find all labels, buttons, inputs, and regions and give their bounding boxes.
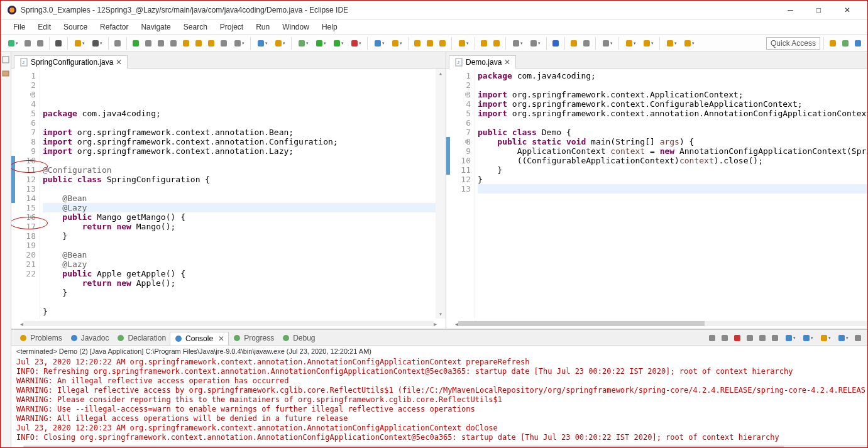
removelaunch-icon[interactable] (732, 332, 743, 344)
tab-declaration[interactable]: Declaration (113, 332, 170, 344)
nav-icon[interactable] (437, 38, 448, 49)
menu-navigate[interactable]: Navigate (135, 21, 177, 33)
stepfilters-icon[interactable]: ▾ (231, 38, 247, 49)
menu-search[interactable]: Search (177, 21, 214, 33)
code-line[interactable]: @Lazy (43, 260, 436, 269)
save-icon[interactable] (22, 38, 33, 49)
line-number[interactable]: 16⊟ (11, 212, 36, 222)
maximize-button[interactable]: □ (805, 1, 833, 19)
code-line[interactable] (43, 156, 436, 165)
open-task-icon[interactable] (412, 38, 423, 49)
wordwrap-icon[interactable] (769, 332, 781, 344)
line-number[interactable]: 19 (11, 241, 36, 250)
tab-demo[interactable]: J Demo.java ✕ (449, 55, 516, 68)
menu-edit[interactable]: Edit (31, 21, 57, 33)
line-number[interactable]: 21 (11, 260, 36, 269)
code-line[interactable]: } (478, 165, 868, 175)
annot-icon[interactable] (491, 38, 502, 49)
debug-persp-icon[interactable] (840, 38, 851, 49)
code-line[interactable]: @Bean (43, 194, 436, 203)
code-line[interactable]: public Mango getMango() { (43, 212, 436, 222)
close-icon[interactable]: ✕ (504, 58, 510, 67)
saveall-icon[interactable] (35, 38, 46, 49)
code-line[interactable]: public static void main(String[] args) { (478, 137, 868, 146)
line-number[interactable]: 13 (446, 184, 471, 194)
editor-right-body[interactable]: 123⊟45678⊟910111213 package com.java4cod… (446, 68, 868, 319)
code-line[interactable]: package com.java4coding; (478, 71, 868, 80)
line-number[interactable]: 2 (446, 80, 471, 90)
line-number[interactable]: 17 (11, 222, 36, 231)
code-line[interactable]: @Bean (43, 250, 436, 260)
hscroll-left[interactable]: ◂▸ (11, 319, 446, 329)
code-line[interactable] (43, 241, 436, 250)
show-console-icon[interactable]: ▾ (782, 332, 798, 344)
fwd2-icon[interactable]: ▾ (681, 38, 697, 49)
menu-run[interactable]: Run (250, 21, 276, 33)
show-ws-icon[interactable] (581, 38, 592, 49)
newsrv-icon[interactable]: ▾ (388, 38, 405, 49)
line-number[interactable]: 1 (11, 71, 36, 80)
code-line[interactable]: package com.java4coding; (43, 109, 436, 118)
code-line[interactable]: return new Mango(); (43, 222, 436, 231)
tab-problems[interactable]: Problems (15, 332, 66, 344)
code-line[interactable]: } (43, 288, 436, 297)
line-number[interactable]: 5 (11, 109, 36, 118)
stepreturn-icon[interactable] (206, 38, 217, 49)
run-last-icon[interactable] (130, 38, 141, 49)
code-line[interactable]: ApplicationContext context = new Annotat… (478, 146, 868, 156)
gutter-left[interactable]: 123⊟45678910⊟111213141516⊟171819202122 (11, 68, 40, 319)
menu-help[interactable]: Help (316, 21, 344, 33)
code-line[interactable]: import org.springframework.context.annot… (43, 146, 436, 156)
run-icon[interactable]: ▾ (312, 38, 329, 49)
hscroll-console[interactable]: ◂▸ (11, 444, 868, 448)
code-line[interactable]: @Configuration (43, 165, 436, 175)
line-number[interactable]: 9 (11, 146, 36, 156)
back-icon[interactable]: ▾ (622, 38, 639, 49)
code-line[interactable]: public class SpringConfiguration { (43, 175, 436, 184)
line-number[interactable]: 6 (11, 118, 36, 128)
java-persp-icon[interactable] (852, 38, 864, 49)
line-number[interactable]: 3⊟ (11, 90, 36, 99)
code-line[interactable] (43, 297, 436, 307)
pause-icon[interactable] (143, 38, 154, 49)
disconnect-icon[interactable] (168, 38, 179, 49)
code-line[interactable]: } (43, 307, 436, 316)
menu-source[interactable]: Source (57, 21, 94, 33)
line-number[interactable]: 18 (11, 231, 36, 241)
search2-icon[interactable] (478, 38, 490, 49)
line-number[interactable]: 4 (11, 99, 36, 109)
fwd-icon[interactable]: ▾ (640, 38, 656, 49)
close-button[interactable]: ✕ (833, 1, 861, 19)
code-right[interactable]: package com.java4coding;import org.sprin… (475, 68, 868, 319)
stepinto-icon[interactable] (180, 38, 192, 49)
newclass-icon[interactable]: ▾ (254, 38, 270, 49)
tab-spring-configuration[interactable]: J SpringConfiguration.java ✕ (14, 55, 128, 68)
package-explorer-icon[interactable] (1, 68, 11, 79)
code-line[interactable]: import org.springframework.context.annot… (43, 128, 436, 137)
code-line[interactable]: ((ConfigurableApplicationContext)context… (478, 156, 868, 165)
newproj-icon[interactable]: ▾ (371, 38, 387, 49)
console-body[interactable]: Jul 23, 2020 12:20:22 AM org.springframe… (11, 356, 868, 444)
open-pkg-icon[interactable]: ▾ (455, 38, 471, 49)
code-line[interactable] (478, 80, 868, 90)
tab-progress[interactable]: Progress (229, 332, 278, 344)
code-line[interactable]: import org.springframework.context.annot… (478, 109, 868, 118)
back2-icon[interactable]: ▾ (663, 38, 679, 49)
clear-icon[interactable] (744, 332, 755, 344)
code-line[interactable] (478, 118, 868, 128)
tab-console[interactable]: Console✕ (170, 332, 229, 346)
scroll-lock-icon[interactable] (757, 332, 768, 344)
line-number[interactable]: 15 (11, 203, 36, 212)
tab-debug[interactable]: Debug (278, 332, 319, 344)
code-line[interactable]: import org.springframework.context.Appli… (478, 90, 868, 99)
code-line[interactable] (478, 184, 868, 194)
max-icon[interactable] (865, 332, 868, 344)
menu-file[interactable]: File (7, 21, 31, 33)
menu-refactor[interactable]: Refactor (94, 21, 135, 33)
toggle-icon[interactable] (112, 38, 123, 49)
line-number[interactable]: 12 (446, 175, 471, 184)
minimize-button[interactable]: ─ (776, 1, 805, 19)
code-line[interactable]: return new Apple(); (43, 278, 436, 288)
stepover-icon[interactable] (193, 38, 204, 49)
terminate-icon[interactable] (706, 332, 718, 344)
